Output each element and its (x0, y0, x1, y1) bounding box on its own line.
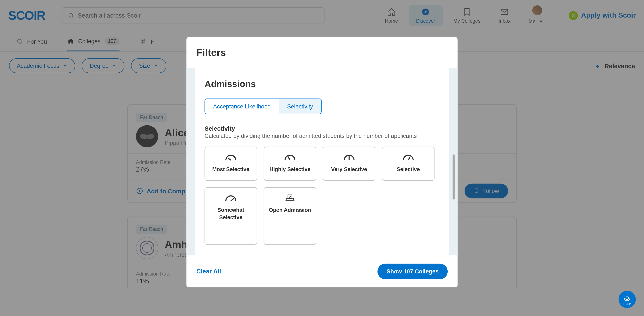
help-icon (623, 294, 631, 302)
tile-very-selective[interactable]: Very Selective (323, 147, 376, 180)
gauge-icon (402, 154, 414, 161)
gauge-icon (343, 154, 355, 161)
modal-title: Filters (196, 47, 448, 58)
scrollbar-thumb[interactable] (453, 154, 455, 200)
svg-line-11 (231, 198, 234, 201)
selectivity-desc: Calculated by dividing the number of adm… (205, 133, 440, 139)
clear-all-button[interactable]: Clear All (196, 268, 221, 275)
filters-modal: Filters Admissions Acceptance Likelihood… (186, 37, 458, 287)
modal-overlay[interactable]: Filters Admissions Acceptance Likelihood… (0, 0, 644, 316)
tile-open-admission[interactable]: Open Admission (264, 187, 316, 244)
help-label: HELP (624, 302, 631, 305)
tile-highly-selective[interactable]: Highly Selective (264, 147, 316, 180)
admissions-segment: Acceptance Likelihood Selectivity (205, 99, 322, 114)
segtab-acceptance[interactable]: Acceptance Likelihood (205, 99, 279, 114)
section-admissions: Admissions (205, 79, 440, 90)
ballot-check-icon (284, 194, 296, 202)
help-button[interactable]: HELP (618, 291, 636, 308)
tile-label: Somewhat Selective (209, 206, 253, 221)
tile-label: Most Selective (212, 166, 249, 174)
svg-line-8 (288, 156, 290, 160)
show-colleges-button[interactable]: Show 107 Colleges (378, 264, 448, 279)
tile-somewhat-selective[interactable]: Somewhat Selective (205, 187, 257, 244)
svg-line-10 (408, 156, 410, 160)
tile-selective[interactable]: Selective (382, 147, 434, 180)
gauge-icon (284, 154, 296, 161)
selectivity-tiles: Most Selective Highly Selective Very Sel… (205, 147, 440, 244)
tile-label: Open Admission (269, 206, 311, 214)
tile-label: Highly Selective (270, 166, 310, 174)
tile-label: Very Selective (331, 166, 367, 174)
gauge-icon (225, 154, 237, 161)
segtab-selectivity[interactable]: Selectivity (279, 99, 321, 114)
tile-most-selective[interactable]: Most Selective (205, 147, 257, 180)
svg-line-7 (228, 158, 231, 160)
gauge-icon (225, 194, 237, 202)
selectivity-title: Selectivity (205, 125, 440, 132)
tile-label: Selective (396, 166, 420, 174)
